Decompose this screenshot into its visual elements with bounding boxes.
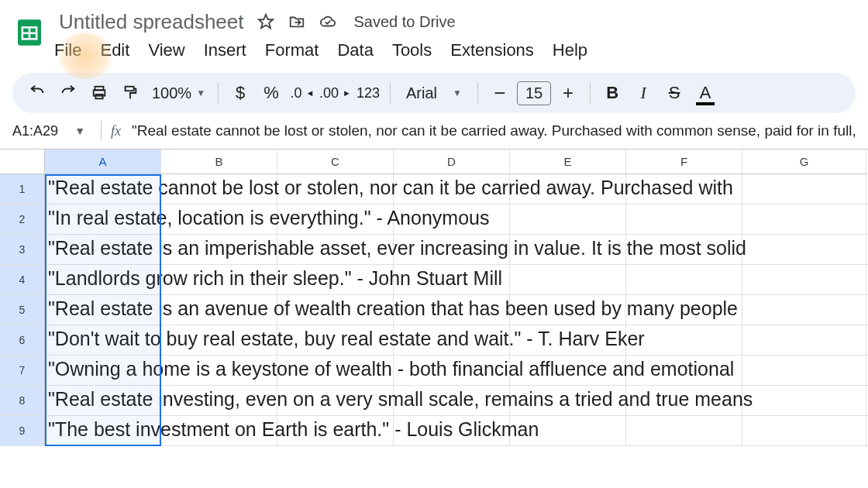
menu-tools[interactable]: Tools (392, 40, 432, 60)
print-button[interactable] (85, 79, 113, 107)
cell-A8[interactable]: "Real estate investing, even on a very s… (45, 386, 161, 416)
row-header-5[interactable]: 5 (0, 295, 45, 325)
document-title[interactable]: Untitled spreadsheet (54, 9, 248, 36)
cell-G3[interactable] (742, 235, 866, 265)
row-header-2[interactable]: 2 (0, 204, 45, 235)
cell-A5[interactable]: "Real estate is an avenue of wealth crea… (45, 295, 161, 325)
col-header-C[interactable]: C (277, 149, 394, 174)
row-header-9[interactable]: 9 (0, 416, 45, 446)
select-all-corner[interactable] (0, 149, 45, 174)
menu-extensions[interactable]: Extensions (450, 40, 534, 60)
strikethrough-button[interactable]: S (660, 79, 688, 107)
col-header-G[interactable]: G (742, 149, 866, 174)
fx-icon: fx (111, 123, 121, 139)
cell-A6[interactable]: "Don't wait to buy real estate, buy real… (45, 325, 161, 356)
spreadsheet-grid: ABCDEFG 123456789 "Real estate cannot be… (0, 149, 868, 446)
cell-E2[interactable] (510, 204, 626, 235)
menu-view[interactable]: View (148, 40, 184, 60)
col-header-D[interactable]: D (394, 149, 510, 174)
cloud-saved-icon[interactable] (319, 13, 336, 30)
font-family-selector[interactable]: Arial▼ (398, 84, 470, 102)
zoom-selector[interactable]: 100%▼ (147, 84, 210, 102)
cell-A3[interactable]: "Real estate is an imperishable asset, e… (45, 235, 161, 265)
cell-A2[interactable]: "In real estate, location is everything.… (45, 204, 161, 235)
star-icon[interactable] (257, 13, 274, 30)
row-header-6[interactable]: 6 (0, 325, 45, 356)
row-header-1[interactable]: 1 (0, 174, 45, 204)
menu-help[interactable]: Help (553, 40, 587, 60)
cell-F2[interactable] (626, 204, 742, 235)
menu-insert[interactable]: Insert (204, 40, 246, 60)
decrease-decimal-button[interactable]: .0 ◄ (288, 79, 316, 107)
redo-button[interactable] (54, 79, 82, 107)
cell-E4[interactable] (510, 265, 626, 295)
header: Untitled spreadsheet Saved to Drive File… (0, 0, 868, 68)
cell-A7[interactable]: "Owning a home is a keystone of wealth -… (45, 356, 161, 386)
cell-A4[interactable]: "Landlords grow rich in their sleep." - … (45, 265, 161, 295)
name-box[interactable]: A1:A29▼ (6, 123, 91, 139)
undo-button[interactable] (23, 79, 51, 107)
row-header-4[interactable]: 4 (0, 265, 45, 295)
percent-button[interactable]: % (257, 79, 285, 107)
italic-button[interactable]: I (629, 79, 657, 107)
menu-file[interactable]: File (54, 40, 81, 60)
cell-G5[interactable] (742, 295, 866, 325)
move-folder-icon[interactable] (288, 13, 305, 30)
row-header-7[interactable]: 7 (0, 356, 45, 386)
menubar: File Edit View Insert Format Data Tools … (54, 37, 856, 68)
svg-rect-8 (126, 87, 134, 91)
name-formula-bar: A1:A29▼ fx "Real estate cannot be lost o… (0, 113, 868, 149)
cell-G4[interactable] (742, 265, 866, 295)
col-header-E[interactable]: E (510, 149, 626, 174)
currency-button[interactable]: $ (226, 79, 254, 107)
save-status: Saved to Drive (353, 13, 455, 31)
col-header-F[interactable]: F (626, 149, 742, 174)
svg-rect-7 (95, 95, 102, 99)
toolbar: 100%▼ $ % .0 ◄ .00 ► 123 Arial▼ − 15 + B… (12, 73, 856, 113)
cell-G8[interactable] (742, 386, 866, 416)
cell-A1[interactable]: "Real estate cannot be lost or stolen, n… (45, 174, 161, 204)
cell-F4[interactable] (626, 265, 742, 295)
col-header-B[interactable]: B (161, 149, 277, 174)
svg-marker-4 (259, 15, 273, 28)
row-header-3[interactable]: 3 (0, 235, 45, 265)
cell-G2[interactable] (742, 204, 866, 235)
cell-G9[interactable] (742, 416, 866, 446)
cell-G6[interactable] (742, 325, 866, 356)
font-size-decrease[interactable]: − (486, 79, 514, 107)
menu-data[interactable]: Data (337, 40, 373, 60)
bold-button[interactable]: B (598, 79, 626, 107)
menu-edit[interactable]: Edit (100, 40, 129, 60)
col-header-A[interactable]: A (45, 149, 161, 174)
cell-F9[interactable] (626, 416, 742, 446)
font-size-increase[interactable]: + (554, 79, 582, 107)
formula-bar[interactable]: "Real estate cannot be lost or stolen, n… (132, 122, 856, 139)
text-color-button[interactable]: A (691, 79, 719, 107)
cell-A9[interactable]: "The best investment on Earth is earth."… (45, 416, 161, 446)
sheets-logo[interactable] (12, 11, 46, 54)
cell-G7[interactable] (742, 356, 866, 386)
font-size-input[interactable]: 15 (517, 81, 551, 105)
number-format-button[interactable]: 123 (354, 79, 382, 107)
cell-G1[interactable] (742, 174, 866, 204)
menu-format[interactable]: Format (265, 40, 319, 60)
row-header-8[interactable]: 8 (0, 386, 45, 416)
paint-format-button[interactable] (116, 79, 144, 107)
increase-decimal-button[interactable]: .00 ► (319, 79, 351, 107)
